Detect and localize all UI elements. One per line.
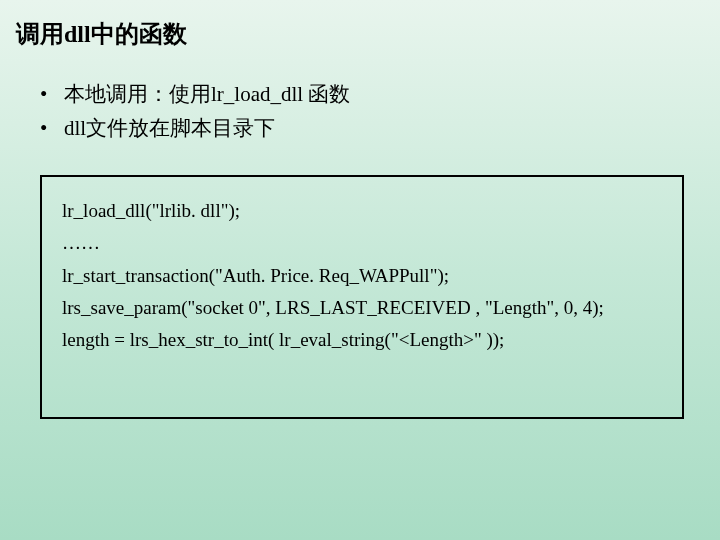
slide-container: 调用dll中的函数 本地调用：使用lr_load_dll 函数 dll文件放在脚…: [0, 0, 720, 437]
code-line: length = lrs_hex_str_to_int( lr_eval_str…: [62, 324, 662, 356]
slide-title: 调用dll中的函数: [16, 18, 704, 50]
code-line: lrs_save_param("socket 0", LRS_LAST_RECE…: [62, 292, 662, 324]
code-line: lr_load_dll("lrlib. dll");: [62, 195, 662, 227]
bullet-item: 本地调用：使用lr_load_dll 函数: [40, 78, 704, 112]
bullet-item: dll文件放在脚本目录下: [40, 112, 704, 146]
code-line: lr_start_transaction("Auth. Price. Req_W…: [62, 260, 662, 292]
code-line: ……: [62, 227, 662, 259]
bullet-list: 本地调用：使用lr_load_dll 函数 dll文件放在脚本目录下: [40, 78, 704, 145]
code-box: lr_load_dll("lrlib. dll"); …… lr_start_t…: [40, 175, 684, 418]
